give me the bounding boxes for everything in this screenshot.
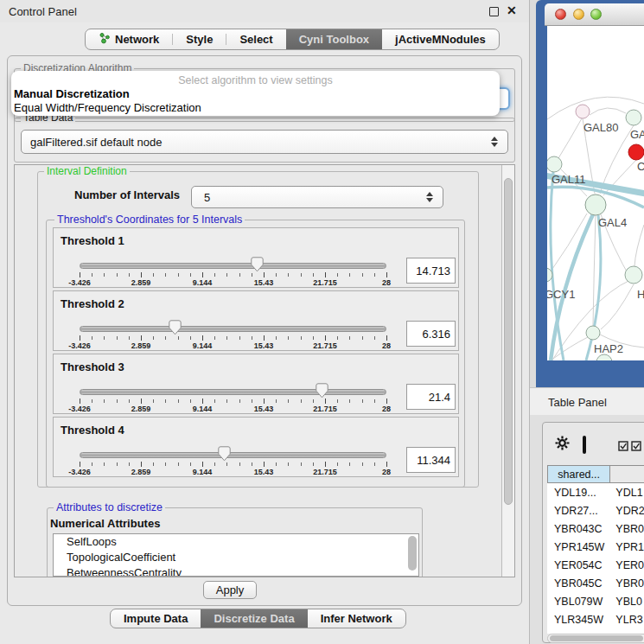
table-panel-title: Table Panel <box>548 396 607 409</box>
threshold-4-slider[interactable]: -3.426 2.859 9.144 15.43 21.715 28 <box>80 450 386 476</box>
table-panel-titlebar: Table Panel <box>530 387 644 415</box>
gear-icon[interactable] <box>555 436 570 454</box>
popup-option-manual-discretization[interactable]: Manual Discretization <box>14 87 130 100</box>
control-panel-window: Control Panel ✕ Network Style Select Cyn… <box>0 0 530 644</box>
network-view-window: GAL80 GAL C GAL11 GAL4 GCY1 HA HAP2 <box>536 0 644 387</box>
slider-thumb[interactable] <box>169 320 182 335</box>
slider-tick-labels: -3.426 2.859 9.144 15.43 21.715 28 <box>80 278 386 287</box>
tab-discretize-data[interactable]: Discretize Data <box>201 609 307 628</box>
slider-track[interactable] <box>80 452 386 458</box>
threshold-panel-2: Threshold 2 -3.426 2.859 9.144 15.43 21.… <box>53 290 459 351</box>
table-panel-body: shared... na YDL19...YDL1 YDR27...YDR2 Y… <box>530 415 644 644</box>
popup-hint-text: Select algorithm to view settings <box>11 74 500 86</box>
tab-network[interactable]: Network <box>86 29 172 49</box>
minimize-traffic-light-icon[interactable] <box>573 9 584 20</box>
network-node-bottom-partial[interactable] <box>596 354 612 360</box>
combo-arrows-icon <box>426 192 433 202</box>
table-row[interactable]: YER054CYER0 <box>547 556 644 574</box>
close-icon[interactable]: ✕ <box>507 3 517 17</box>
table-data-selected-value: galFiltered.sif default node <box>30 136 162 149</box>
tab-style[interactable]: Style <box>173 29 226 49</box>
threshold-panel-4: Threshold 4 -3.426 2.859 9.144 15.43 21.… <box>53 417 459 477</box>
checkbox-columns-icon[interactable] <box>618 439 642 455</box>
list-item[interactable]: TopologicalCoefficient <box>54 550 418 565</box>
tab-network-label: Network <box>115 33 159 46</box>
popup-option-equal-width-frequency[interactable]: Equal Width/Frequency Discretization <box>14 101 201 114</box>
number-of-intervals-value: 5 <box>204 191 210 204</box>
column-header-shared-name[interactable]: shared... <box>547 465 610 483</box>
node-label-gal4: GAL4 <box>598 216 627 229</box>
network-window-titlebar <box>545 3 644 26</box>
threshold-2-slider[interactable]: -3.426 2.859 9.144 15.43 21.715 28 <box>80 324 386 350</box>
network-node-right-mid[interactable] <box>625 266 642 284</box>
slider-thumb[interactable] <box>251 257 264 272</box>
network-node-top-right[interactable] <box>626 110 641 125</box>
threshold-3-slider[interactable]: -3.426 2.859 9.144 15.43 21.715 28 <box>80 387 386 413</box>
threshold-panel-3: Threshold 3 -3.426 2.859 9.144 15.43 21.… <box>53 354 459 414</box>
tab-impute-data[interactable]: Impute Data <box>111 609 201 628</box>
close-traffic-light-icon[interactable] <box>555 9 566 20</box>
slider-ticks <box>80 335 386 341</box>
threshold-4-value-field[interactable]: 11.344 <box>406 447 456 473</box>
threshold-coordinates-group-label: Threshold's Coordinates for 5 Intervals <box>54 214 245 226</box>
slider-track[interactable] <box>80 389 386 395</box>
slider-track[interactable] <box>80 326 386 332</box>
interval-definition-group-label: Interval Definition <box>44 165 130 177</box>
cyni-mode-tabbar: Impute Data Discretize Data Infer Networ… <box>110 609 406 628</box>
network-node-gal80[interactable] <box>576 105 590 118</box>
number-of-intervals-select[interactable]: 5 <box>191 186 443 208</box>
table-horizontal-scrollbar[interactable] <box>547 634 644 643</box>
numerical-attributes-list: SelfLoops TopologicalCoefficient Between… <box>53 533 419 577</box>
table-row[interactable]: YDR27...YDR2 <box>547 501 644 520</box>
threshold-2-label: Threshold 2 <box>61 297 124 310</box>
number-of-intervals-label: Number of Intervals <box>74 188 180 201</box>
node-label-gal80: GAL80 <box>583 121 618 134</box>
zoom-traffic-light-icon[interactable] <box>590 9 602 20</box>
table-row[interactable]: YPR145WYPR1 <box>547 538 644 556</box>
table-row[interactable]: YBR043CYBR0 <box>547 520 644 538</box>
slider-track[interactable] <box>80 263 386 269</box>
node-label-hap2: HAP2 <box>594 342 623 355</box>
control-panel-titlebar: Control Panel ✕ <box>0 0 529 22</box>
threshold-4-label: Threshold 4 <box>61 424 124 437</box>
table-row[interactable]: YBL079WYBL0 <box>547 592 644 610</box>
slider-tick-labels: -3.426 2.859 9.144 15.43 21.715 28 <box>80 468 386 476</box>
algorithm-dropdown-popup: Select algorithm to view settings Manual… <box>11 71 500 116</box>
list-item[interactable]: BetweennessCentrality <box>54 565 418 577</box>
table-row[interactable]: YBR045CYBR0 <box>547 574 644 592</box>
threshold-2-value-field[interactable]: 6.316 <box>406 321 456 347</box>
combo-arrows-icon <box>491 137 498 147</box>
tab-infer-network[interactable]: Infer Network <box>308 609 405 628</box>
table-data-select[interactable]: galFiltered.sif default node <box>21 130 508 154</box>
tab-jactivemnodules[interactable]: jActiveMNodules <box>382 29 499 49</box>
node-label-partial-right: GAL <box>630 128 644 141</box>
table-row[interactable]: YLR345WYLR3 <box>547 610 644 628</box>
slider-thumb[interactable] <box>218 446 231 462</box>
attributes-group-label: Attributes to discretize <box>54 501 165 513</box>
network-node-hap2[interactable] <box>586 326 600 340</box>
scrollbar-thumb[interactable] <box>550 635 643 641</box>
slider-thumb[interactable] <box>316 383 328 399</box>
settings-vertical-scrollbar[interactable] <box>501 165 514 577</box>
column-split-icon[interactable] <box>583 437 586 453</box>
list-item[interactable]: SelfLoops <box>54 534 418 550</box>
tab-select[interactable]: Select <box>226 29 285 49</box>
node-label-partial-c: C <box>637 160 644 173</box>
table-header-row: shared... na <box>547 465 644 483</box>
float-panel-icon[interactable] <box>489 7 499 16</box>
slider-ticks <box>80 272 386 278</box>
threshold-1-value-field[interactable]: 14.713 <box>406 258 456 284</box>
threshold-1-slider[interactable]: -3.426 2.859 9.144 15.43 21.715 28 <box>80 261 386 287</box>
network-node-gal4[interactable] <box>585 194 606 215</box>
network-canvas[interactable]: GAL80 GAL C GAL11 GAL4 GCY1 HA HAP2 <box>547 26 644 360</box>
list-scrollbar[interactable] <box>408 536 417 571</box>
scrollbar-thumb[interactable] <box>504 178 513 505</box>
threshold-3-value-field[interactable]: 21.4 <box>406 384 456 410</box>
apply-button[interactable]: Apply <box>203 581 257 599</box>
network-node-gal11[interactable] <box>547 156 562 172</box>
network-node-red[interactable] <box>628 144 644 160</box>
tab-cyni-toolbox[interactable]: Cyni Toolbox <box>286 29 382 49</box>
column-header-name[interactable]: na <box>610 465 644 483</box>
table-row[interactable]: YDL19...YDL1 <box>547 483 644 501</box>
threshold-3-label: Threshold 3 <box>61 360 124 373</box>
